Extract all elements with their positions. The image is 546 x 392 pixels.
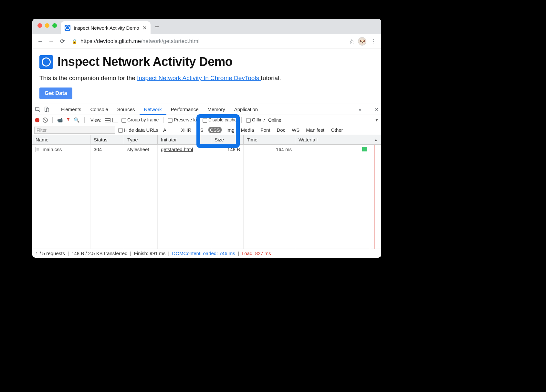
device-toolbar-icon[interactable] <box>44 107 50 112</box>
browser-window: Inspect Network Activity Demo ✕ + ← → ⟳ … <box>32 19 381 258</box>
filter-input[interactable]: Filter <box>34 127 115 134</box>
new-tab-button[interactable]: + <box>155 23 159 31</box>
close-tab-icon[interactable]: ✕ <box>142 25 147 31</box>
tab-application[interactable]: Application <box>230 104 262 115</box>
filter-all[interactable]: All <box>162 127 170 133</box>
dcl-line <box>370 145 370 154</box>
get-data-button[interactable]: Get Data <box>39 88 72 99</box>
filter-other[interactable]: Other <box>329 127 345 133</box>
tab-title: Inspect Network Activity Demo <box>74 25 139 31</box>
filter-manifest[interactable]: Manifest <box>304 127 326 133</box>
throttling-select[interactable]: Online <box>268 118 281 123</box>
col-status[interactable]: Status <box>90 135 124 144</box>
tab-sources[interactable]: Sources <box>113 104 140 115</box>
bookmark-icon[interactable]: ☆ <box>349 37 355 45</box>
devtools-tabs: Elements Console Sources Network Perform… <box>32 104 381 115</box>
clear-button[interactable] <box>43 118 48 123</box>
waterfall-bar <box>362 147 367 151</box>
lock-icon: 🔒 <box>72 39 77 44</box>
large-rows-icon[interactable] <box>105 118 110 122</box>
address-bar: ← → ⟳ 🔒 https://devtools.glitch.me/netwo… <box>32 34 381 48</box>
filter-img[interactable]: Img <box>225 127 236 133</box>
minimize-window-button[interactable] <box>45 23 49 28</box>
tab-console[interactable]: Console <box>86 104 113 115</box>
network-toolbar: 📹 🔍 View: Group by frame Preserve log Di… <box>32 115 381 125</box>
favicon-icon <box>65 25 70 31</box>
svg-rect-2 <box>47 108 49 112</box>
filter-toggle-icon[interactable] <box>66 117 70 123</box>
col-time[interactable]: Time <box>244 135 295 144</box>
browser-menu-icon[interactable]: ⋮ <box>370 37 378 45</box>
filter-row: Filter Hide data URLs All XHR JS CSS Img… <box>32 125 381 135</box>
reload-button[interactable]: ⟳ <box>58 38 67 45</box>
filter-media[interactable]: Media <box>239 127 256 133</box>
hide-data-urls-checkbox[interactable] <box>118 128 123 133</box>
col-size[interactable]: Size <box>211 135 244 144</box>
filter-font[interactable]: Font <box>259 127 272 133</box>
waterfall-cell <box>295 145 381 154</box>
tab-network[interactable]: Network <box>140 104 166 115</box>
more-tabs-icon[interactable]: » <box>359 107 361 112</box>
col-name[interactable]: Name <box>32 135 90 144</box>
inspect-element-icon[interactable] <box>35 107 41 112</box>
tutorial-link[interactable]: Inspect Network Activity In Chrome DevTo… <box>137 75 261 81</box>
waterfall-view-icon[interactable] <box>112 118 118 122</box>
tab-elements[interactable]: Elements <box>57 104 86 115</box>
page-content: Inspect Network Activity Demo This is th… <box>32 48 381 104</box>
filter-doc[interactable]: Doc <box>275 127 287 133</box>
record-button[interactable] <box>35 118 39 122</box>
close-devtools-icon[interactable]: ✕ <box>375 107 379 112</box>
filter-css[interactable]: CSS <box>208 127 222 133</box>
sort-caret-icon: ▲ <box>374 138 378 142</box>
file-icon <box>36 147 40 152</box>
tab-performance[interactable]: Performance <box>166 104 203 115</box>
offline-checkbox[interactable] <box>246 118 251 123</box>
screenshot-icon[interactable]: 📹 <box>57 118 63 123</box>
col-initiator[interactable]: Initiator <box>158 135 211 144</box>
filter-js[interactable]: JS <box>196 127 205 133</box>
col-type[interactable]: Type <box>124 135 158 144</box>
group-by-frame-checkbox[interactable] <box>121 118 126 123</box>
network-table-header: Name Status Type Initiator Size Time Wat… <box>32 135 381 145</box>
page-heading: Inspect Network Activity Demo <box>58 55 233 69</box>
status-bar: 1 / 5 requests | 148 B / 2.5 KB transfer… <box>32 249 381 258</box>
maximize-window-button[interactable] <box>52 23 57 28</box>
search-icon[interactable]: 🔍 <box>74 117 80 123</box>
traffic-lights <box>37 23 57 28</box>
disable-cache-checkbox[interactable] <box>203 118 207 123</box>
table-row[interactable]: main.css 304 stylesheet getstarted.html … <box>32 145 381 154</box>
page-intro: This is the companion demo for the Inspe… <box>39 75 374 82</box>
col-waterfall[interactable]: Waterfall▲ <box>295 135 381 144</box>
filter-ws[interactable]: WS <box>290 127 301 133</box>
tab-memory[interactable]: Memory <box>203 104 230 115</box>
filter-xhr[interactable]: XHR <box>180 127 193 133</box>
profile-avatar[interactable] <box>358 37 366 46</box>
initiator-link[interactable]: getstarted.html <box>161 147 193 152</box>
url-display[interactable]: https://devtools.glitch.me/network/getst… <box>80 38 200 45</box>
browser-tab[interactable]: Inspect Network Activity Demo ✕ <box>61 21 151 34</box>
titlebar: Inspect Network Activity Demo ✕ + <box>32 19 381 34</box>
preserve-log-checkbox[interactable] <box>168 118 173 123</box>
toolbar-expand-icon[interactable]: ▼ <box>375 118 379 122</box>
network-table-body: main.css 304 stylesheet getstarted.html … <box>32 145 381 249</box>
devtools-panel: Elements Console Sources Network Perform… <box>32 104 381 258</box>
devtools-menu-icon[interactable]: ⋮ <box>366 107 370 112</box>
page-logo-icon <box>39 55 53 69</box>
close-window-button[interactable] <box>37 23 42 28</box>
back-button[interactable]: ← <box>36 37 45 45</box>
forward-button[interactable]: → <box>47 37 56 45</box>
load-line <box>374 145 374 154</box>
view-label: View: <box>90 118 101 123</box>
